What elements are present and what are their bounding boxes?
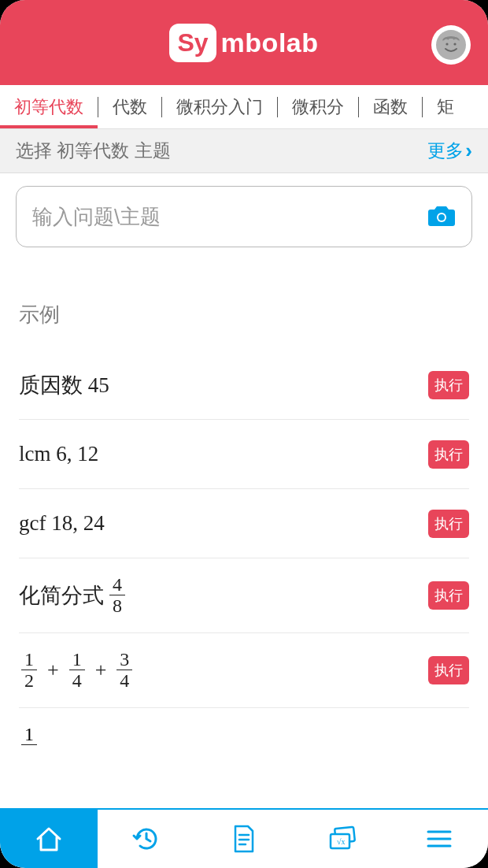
- more-link[interactable]: 更多 ›: [427, 139, 472, 163]
- numerator: 4: [109, 574, 125, 595]
- execute-button[interactable]: 执行: [428, 440, 469, 469]
- plus-icon: +: [95, 658, 107, 682]
- fraction: 1: [21, 724, 37, 766]
- execute-button[interactable]: 执行: [428, 656, 469, 684]
- example-row: 化简分式 4 8 执行: [19, 558, 469, 633]
- numerator: 1: [21, 649, 37, 670]
- tab-functions[interactable]: 函数: [359, 85, 422, 128]
- tab-label: 初等代数: [14, 95, 83, 119]
- denominator: 4: [116, 670, 132, 691]
- numerator: 1: [21, 724, 37, 745]
- history-icon: [131, 824, 161, 854]
- tab-matrix[interactable]: 矩: [423, 85, 468, 128]
- execute-button[interactable]: 执行: [428, 510, 469, 538]
- example-row-partial: 1: [19, 708, 469, 766]
- tab-elementary-algebra[interactable]: 初等代数: [0, 85, 98, 128]
- example-row: gcf 18, 24 执行: [19, 489, 469, 558]
- logo-box: Sy: [169, 24, 216, 62]
- tab-label: 函数: [373, 95, 408, 119]
- menu-icon: [425, 828, 453, 850]
- denominator: 2: [21, 670, 37, 691]
- tab-calculus[interactable]: 微积分: [278, 85, 358, 128]
- fraction: 34: [116, 649, 132, 692]
- bottom-nav: √x: [0, 808, 488, 868]
- tab-label: 代数: [113, 95, 147, 119]
- app-header: Sy mbolab: [0, 0, 488, 85]
- svg-point-1: [453, 43, 456, 45]
- tab-label: 微积分: [292, 95, 344, 119]
- fraction: 14: [69, 649, 85, 692]
- tab-label: 矩: [437, 95, 454, 119]
- search-input[interactable]: [32, 205, 427, 229]
- cards-icon: √x: [324, 825, 359, 853]
- svg-point-0: [445, 43, 448, 45]
- example-text: gcf 18, 24: [19, 511, 105, 536]
- tab-algebra[interactable]: 代数: [98, 85, 161, 128]
- more-label: 更多: [427, 139, 464, 163]
- example-text: 化简分式 4 8: [19, 574, 128, 617]
- nav-home[interactable]: [0, 810, 98, 868]
- examples-content: 示例 质因数 45 执行 lcm 6, 12 执行 gcf 18, 24 执行 …: [0, 262, 488, 808]
- logo-text: mbolab: [221, 28, 319, 58]
- svg-text:√x: √x: [337, 837, 346, 846]
- example-text: 12 + 14 + 34: [19, 649, 135, 692]
- search-area: [0, 173, 488, 262]
- execute-button[interactable]: 执行: [428, 581, 469, 610]
- denominator: [24, 745, 35, 766]
- example-text: lcm 6, 12: [19, 442, 98, 466]
- tab-precalculus[interactable]: 微积分入门: [162, 85, 277, 128]
- camera-icon[interactable]: [427, 203, 456, 230]
- topic-bar: 选择 初等代数 主题 更多 ›: [0, 129, 488, 173]
- examples-header: 示例: [19, 301, 469, 328]
- nav-cards[interactable]: √x: [293, 810, 390, 868]
- chevron-right-icon: ›: [465, 139, 472, 163]
- example-row: lcm 6, 12 执行: [19, 420, 469, 489]
- category-tabs: 初等代数 代数 微积分入门 微积分 函数 矩: [0, 85, 488, 129]
- example-text: 质因数 45: [19, 371, 109, 399]
- numerator: 1: [69, 649, 85, 670]
- topic-title: 选择 初等代数 主题: [16, 139, 171, 163]
- avatar-button[interactable]: [431, 25, 471, 65]
- avatar-icon: [436, 30, 466, 60]
- nav-history[interactable]: [98, 810, 195, 868]
- search-box[interactable]: [16, 186, 472, 247]
- tab-label: 微积分入门: [176, 95, 263, 119]
- numerator: 3: [116, 649, 132, 670]
- denominator: 4: [69, 670, 85, 691]
- example-row: 质因数 45 执行: [19, 351, 469, 420]
- example-row: 12 + 14 + 34 执行: [19, 633, 469, 708]
- nav-document[interactable]: [195, 810, 293, 868]
- plus-icon: +: [47, 658, 59, 682]
- execute-button[interactable]: 执行: [428, 371, 469, 399]
- denominator: 8: [109, 595, 125, 616]
- example-prefix: 化简分式: [19, 581, 104, 610]
- home-icon: [33, 823, 65, 855]
- svg-point-3: [438, 214, 445, 221]
- fraction: 4 8: [109, 574, 125, 617]
- document-icon: [231, 823, 257, 855]
- nav-menu[interactable]: [390, 810, 488, 868]
- fraction: 12: [21, 649, 37, 692]
- logo: Sy mbolab: [169, 24, 318, 62]
